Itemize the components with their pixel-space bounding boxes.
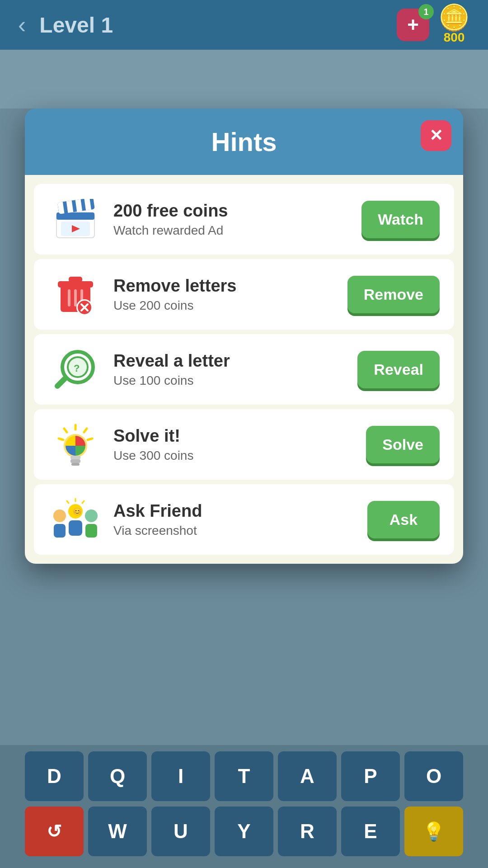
key-Y[interactable]: Y	[215, 807, 273, 856]
notification-badge: 1	[418, 4, 434, 19]
svg-text:?: ?	[74, 363, 80, 374]
modal-body: 200 free coins Watch rewarded Ad Watch	[25, 175, 463, 564]
lightbulb-icon: 💡	[422, 821, 445, 842]
hint-text-reveal: Reveal a letter Use 100 coins	[113, 351, 347, 388]
svg-line-22	[57, 378, 66, 386]
svg-point-41	[85, 509, 98, 522]
hint-subtitle-reveal: Use 100 coins	[113, 373, 347, 388]
header-right: + 1 🪙 800	[397, 5, 470, 45]
key-Q[interactable]: Q	[88, 751, 147, 801]
hint-subtitle-ask: Via screenshot	[113, 524, 357, 538]
svg-text:😊: 😊	[73, 507, 82, 516]
svg-rect-32	[71, 463, 80, 466]
hint-title-watch: 200 free coins	[113, 201, 351, 221]
svg-rect-40	[54, 524, 66, 538]
svg-rect-12	[69, 277, 82, 282]
remove-button[interactable]: Remove	[347, 276, 440, 313]
header: ‹ Level 1 + 1 🪙 800	[0, 0, 488, 50]
key-R[interactable]: R	[278, 807, 337, 856]
key-A[interactable]: A	[278, 751, 337, 801]
svg-point-39	[53, 509, 66, 522]
hint-row-remove: Remove letters Use 200 coins Remove	[34, 259, 454, 330]
key-D[interactable]: D	[25, 751, 84, 801]
hint-subtitle-watch: Watch rewarded Ad	[113, 223, 351, 238]
hint-title-reveal: Reveal a letter	[113, 351, 347, 371]
refresh-button[interactable]: ↺	[25, 807, 84, 856]
close-button[interactable]: ✕	[421, 120, 451, 151]
reveal-button[interactable]: Reveal	[357, 351, 440, 388]
trash-icon	[48, 272, 103, 317]
key-O[interactable]: O	[404, 751, 463, 801]
add-button-wrap[interactable]: + 1	[397, 9, 429, 41]
keyboard-row-2: ↺ W U Y R E 💡	[5, 807, 483, 856]
svg-rect-30	[70, 456, 80, 459]
ask-button[interactable]: Ask	[367, 501, 440, 538]
coins-wrap[interactable]: 🪙 800	[438, 5, 470, 45]
key-I[interactable]: I	[151, 751, 210, 801]
clapperboard-icon	[48, 197, 103, 242]
hint-text-remove: Remove letters Use 200 coins	[113, 276, 337, 313]
svg-line-36	[67, 501, 69, 503]
game-area	[0, 50, 488, 108]
svg-rect-31	[70, 459, 80, 463]
hint-row-reveal: ? Reveal a letter Use 100 coins Reveal	[34, 334, 454, 405]
svg-rect-42	[85, 524, 97, 538]
back-button[interactable]: ‹	[18, 13, 26, 37]
svg-line-37	[82, 501, 84, 503]
svg-rect-38	[69, 520, 82, 536]
svg-rect-14	[74, 289, 77, 307]
watch-button[interactable]: Watch	[361, 201, 440, 238]
hint-row-ask: 😊 Ask Friend Via screenshot	[34, 484, 454, 555]
hint-text-watch: 200 free coins Watch rewarded Ad	[113, 201, 351, 238]
modal-header: Hints ✕	[25, 108, 463, 175]
hint-row-solve: Solve it! Use 300 coins Solve	[34, 409, 454, 480]
hint-subtitle-remove: Use 200 coins	[113, 298, 337, 313]
hint-row-watch: 200 free coins Watch rewarded Ad Watch	[34, 184, 454, 255]
hint-text-solve: Solve it! Use 300 coins	[113, 426, 355, 463]
svg-rect-11	[58, 281, 93, 288]
bulb-icon	[48, 422, 103, 467]
key-E[interactable]: E	[341, 807, 400, 856]
level-title: Level 1	[39, 13, 113, 38]
hint-title-ask: Ask Friend	[113, 501, 357, 521]
svg-line-25	[64, 429, 67, 432]
key-T[interactable]: T	[215, 751, 273, 801]
keyboard-row-1: D Q I T A P O	[5, 751, 483, 801]
svg-rect-13	[68, 289, 70, 307]
coins-icon: 🪙	[438, 5, 470, 30]
svg-line-27	[84, 429, 87, 432]
refresh-icon: ↺	[47, 821, 62, 842]
hint-subtitle-solve: Use 300 coins	[113, 448, 355, 463]
modal-title: Hints	[52, 127, 436, 157]
header-left: ‹ Level 1	[18, 13, 113, 38]
coins-amount: 800	[444, 30, 465, 45]
hint-key-button[interactable]: 💡	[404, 807, 463, 856]
key-W[interactable]: W	[88, 807, 147, 856]
key-P[interactable]: P	[341, 751, 400, 801]
magnify-icon: ?	[48, 347, 103, 392]
close-icon: ✕	[429, 127, 443, 144]
hint-title-solve: Solve it!	[113, 426, 355, 446]
friends-icon: 😊	[48, 497, 103, 542]
hint-text-ask: Ask Friend Via screenshot	[113, 501, 357, 538]
svg-line-26	[59, 439, 63, 440]
key-U[interactable]: U	[151, 807, 210, 856]
keyboard: D Q I T A P O ↺ W U Y R E 💡	[0, 745, 488, 868]
hint-title-remove: Remove letters	[113, 276, 337, 296]
svg-line-28	[88, 439, 92, 440]
hints-modal: Hints ✕	[25, 108, 463, 564]
solve-button[interactable]: Solve	[366, 426, 440, 463]
